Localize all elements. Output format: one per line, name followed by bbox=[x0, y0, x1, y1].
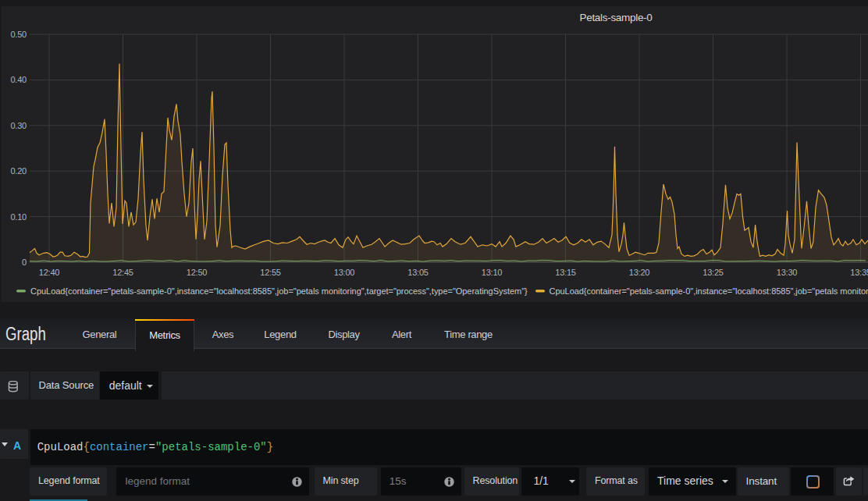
svg-text:12:45: 12:45 bbox=[112, 268, 133, 277]
svg-text:13:30: 13:30 bbox=[777, 268, 798, 277]
svg-text:13:05: 13:05 bbox=[407, 268, 429, 277]
svg-text:CpuLoad{container="petals-samp: CpuLoad{container="petals-sample-0",inst… bbox=[30, 286, 528, 296]
svg-text:13:35: 13:35 bbox=[850, 268, 868, 277]
svg-text:0.10: 0.10 bbox=[10, 212, 27, 222]
svg-text:0: 0 bbox=[22, 258, 27, 267]
svg-text:12:40: 12:40 bbox=[39, 268, 60, 277]
svg-text:0.40: 0.40 bbox=[10, 75, 27, 84]
svg-text:13:15: 13:15 bbox=[555, 268, 576, 277]
svg-text:12:55: 12:55 bbox=[260, 268, 281, 277]
svg-text:13:10: 13:10 bbox=[482, 268, 503, 277]
svg-text:13:25: 13:25 bbox=[703, 268, 724, 277]
svg-text:0.20: 0.20 bbox=[10, 166, 27, 176]
svg-text:13:20: 13:20 bbox=[629, 268, 650, 277]
svg-text:13:00: 13:00 bbox=[334, 268, 355, 277]
svg-text:CpuLoad{container="petals-samp: CpuLoad{container="petals-sample-0",inst… bbox=[550, 286, 868, 296]
svg-text:0.50: 0.50 bbox=[10, 30, 27, 39]
svg-text:0.30: 0.30 bbox=[10, 121, 27, 130]
svg-text:12:50: 12:50 bbox=[187, 268, 208, 277]
